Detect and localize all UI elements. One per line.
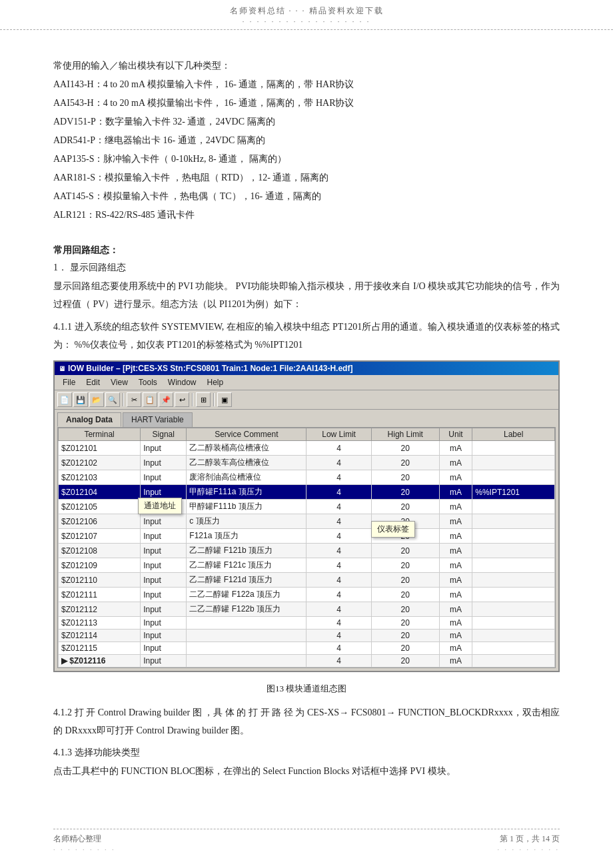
iow-titlebar: 🖥 IOW Builder – [Pjt:CES-XS Stn:FCS0801 … bbox=[55, 362, 558, 375]
table-row-low: 4 bbox=[306, 441, 372, 456]
table-row-terminal[interactable]: $Z012108 bbox=[59, 544, 141, 558]
table-row-terminal[interactable]: $Z012107 bbox=[59, 529, 141, 544]
table-row-unit: mA bbox=[439, 617, 472, 630]
table-row-terminal[interactable]: $Z012115 bbox=[59, 642, 141, 655]
toolbar-open[interactable]: 📂 bbox=[89, 392, 104, 407]
intro-item-3: ADR541-P：继电器输出卡 16- 通道，24VDC 隔离的 bbox=[53, 131, 560, 150]
table-row-terminal[interactable]: $Z012104 bbox=[59, 485, 141, 500]
table-row-low: 4 bbox=[306, 588, 372, 602]
table-row-signal: Input bbox=[141, 514, 187, 529]
table-row-high: 20 bbox=[371, 642, 439, 655]
toolbar-preview[interactable]: 🔍 bbox=[105, 392, 120, 407]
menu-tools[interactable]: Tools bbox=[133, 376, 163, 388]
table-row-label bbox=[472, 514, 555, 529]
iow-toolbar: 📄 💾 📂 🔍 ✂ 📋 📌 ↩ ⊞ ▣ bbox=[55, 390, 558, 410]
table-row-signal: Input bbox=[141, 617, 187, 630]
iow-title-text: IOW Builder – [Pjt:CES-XS Stn:FCS0801 Tr… bbox=[68, 364, 352, 373]
menu-file[interactable]: File bbox=[57, 376, 81, 388]
table-row-signal: Input bbox=[141, 529, 187, 544]
section412: 4.1.2 打 开 Control Drawing builder 图 ，具 体… bbox=[53, 704, 560, 739]
table-row-signal: Input bbox=[141, 485, 187, 500]
toolbar-copy[interactable]: 📋 bbox=[143, 392, 157, 407]
table-row-terminal[interactable]: $Z012106 bbox=[59, 514, 141, 529]
table-row-label bbox=[472, 588, 555, 602]
table-row-terminal[interactable]: $Z012113 bbox=[59, 617, 141, 630]
table-row-signal: Input bbox=[141, 588, 187, 602]
table-row-high: 20 bbox=[371, 470, 439, 485]
table-row-terminal[interactable]: $Z012111 bbox=[59, 588, 141, 602]
table-row-terminal[interactable]: $Z012101 bbox=[59, 441, 141, 456]
toolbar-grid[interactable]: ⊞ bbox=[196, 392, 211, 407]
table-row-terminal[interactable]: $Z012114 bbox=[59, 630, 141, 642]
table-row-low: 4 bbox=[306, 485, 372, 500]
table-row-low: 4 bbox=[306, 514, 372, 529]
col-label: Label bbox=[472, 428, 555, 441]
table-row-label bbox=[472, 573, 555, 588]
table-row-comment bbox=[187, 630, 306, 642]
table-row-comment bbox=[187, 655, 306, 667]
subsection1-body2: 4.1.1 进入系统的组态软件 SYSTEMVIEW, 在相应的输入模块中组态 … bbox=[53, 318, 560, 354]
header-dots: · · · · · · · · · · · · · · · · · · bbox=[243, 18, 371, 25]
table-row-comment: 甲醇罐F111b 顶压力 bbox=[187, 500, 306, 514]
footer-page-num: 第 1 页，共 14 页 bbox=[500, 834, 560, 843]
table-row-comment: 二乙二醇罐 F122b 顶压力 bbox=[187, 602, 306, 617]
iow-window: 🖥 IOW Builder – [Pjt:CES-XS Stn:FCS0801 … bbox=[53, 360, 560, 672]
table-row-low: 4 bbox=[306, 573, 372, 588]
table-row-comment: 二乙二醇罐 F122a 顶压力 bbox=[187, 588, 306, 602]
table-row-label bbox=[472, 456, 555, 470]
table-row-low: 4 bbox=[306, 630, 372, 642]
toolbar-new[interactable]: 📄 bbox=[57, 392, 72, 407]
section412-body: 4.1.2 打 开 Control Drawing builder 图 ，具 体… bbox=[53, 704, 560, 739]
section413-body: 点击工具栏中的 FUNCTION BLOC图标，在弹出的 Select Func… bbox=[53, 763, 560, 781]
tab-hart-variable[interactable]: HART Variable bbox=[123, 412, 193, 427]
table-row-terminal[interactable]: $Z012109 bbox=[59, 558, 141, 573]
toolbar-paste[interactable]: 📌 bbox=[159, 392, 173, 407]
toolbar-sep3 bbox=[213, 393, 215, 406]
subsection1-header: 1． 显示回路组态 bbox=[53, 262, 560, 274]
footer-left-dots: · · · · · · · · · bbox=[53, 846, 116, 853]
intro-item-0: AAI143-H：4 to 20 mA 模拟量输入卡件， 16- 通道，隔离的，… bbox=[53, 75, 560, 94]
iow-menubar: File Edit View Tools Window Help bbox=[55, 375, 558, 390]
menu-window[interactable]: Window bbox=[163, 376, 202, 388]
table-row-terminal[interactable]: $Z012105 bbox=[59, 500, 141, 514]
menu-view[interactable]: View bbox=[105, 376, 133, 388]
footer-left-title: 名师精心整理 bbox=[53, 834, 101, 843]
footer-right: 第 1 页，共 14 页 · · · · · · · · · bbox=[498, 833, 560, 855]
table-row-high: 20 bbox=[371, 514, 439, 529]
menu-help[interactable]: Help bbox=[202, 376, 229, 388]
table-row-label bbox=[472, 655, 555, 667]
table-row-low: 4 bbox=[306, 642, 372, 655]
section413-header: 4.1.3 选择功能块类型 bbox=[53, 747, 560, 759]
table-row-label bbox=[472, 630, 555, 642]
table-row-signal: Input bbox=[141, 655, 187, 667]
table-row-high: 20 bbox=[371, 529, 439, 544]
tab-analog-data[interactable]: Analog Data bbox=[57, 412, 121, 427]
table-row-high: 20 bbox=[371, 558, 439, 573]
table-row-terminal[interactable]: ▶ $Z012116 bbox=[59, 655, 141, 667]
table-row-high: 20 bbox=[371, 500, 439, 514]
intro-section: 常使用的输入／输出模块有以下几种类型： AAI143-H：4 to 20 mA … bbox=[53, 57, 560, 224]
table-row-terminal[interactable]: $Z012112 bbox=[59, 602, 141, 617]
table-row-comment: 乙二醇罐 F121d 顶压力 bbox=[187, 573, 306, 588]
table-row-comment: 乙二醇罐 F121b 顶压力 bbox=[187, 544, 306, 558]
col-comment: Service Comment bbox=[187, 428, 306, 441]
common-title: 常用回路组态： bbox=[53, 244, 560, 256]
table-row-label bbox=[472, 642, 555, 655]
toolbar-view1[interactable]: ▣ bbox=[217, 392, 232, 407]
intro-item-2: ADV151-P：数字量输入卡件 32- 通道，24VDC 隔离的 bbox=[53, 113, 560, 131]
table-row-high: 20 bbox=[371, 655, 439, 667]
table-row-low: 4 bbox=[306, 544, 372, 558]
table-row-terminal[interactable]: $Z012103 bbox=[59, 470, 141, 485]
table-row-terminal[interactable]: $Z012102 bbox=[59, 456, 141, 470]
table-row-unit: mA bbox=[439, 558, 472, 573]
toolbar-save[interactable]: 💾 bbox=[73, 392, 88, 407]
toolbar-cut[interactable]: ✂ bbox=[127, 392, 141, 407]
table-row-terminal[interactable]: $Z012110 bbox=[59, 573, 141, 588]
intro-item-1: AAI543-H：4 to 20 mA 模拟量输出卡件， 16- 通道，隔离的，… bbox=[53, 94, 560, 113]
intro-item-5: AAR181-S：模拟量输入卡件 ，热电阻（ RTD），12- 通道，隔离的 bbox=[53, 169, 560, 187]
toolbar-undo[interactable]: ↩ bbox=[175, 392, 189, 407]
menu-edit[interactable]: Edit bbox=[81, 376, 105, 388]
table-row-high: 20 bbox=[371, 573, 439, 588]
table-row-comment: 乙二醇装桶高位槽液位 bbox=[187, 441, 306, 456]
table-row-low: 4 bbox=[306, 558, 372, 573]
